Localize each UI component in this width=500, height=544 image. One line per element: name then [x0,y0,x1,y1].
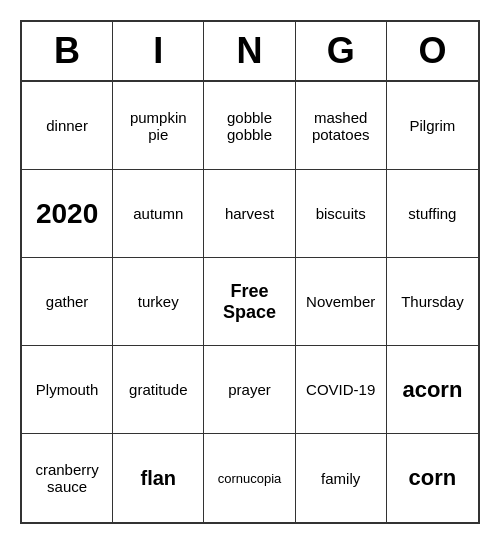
bingo-cell: Pilgrim [387,82,478,170]
bingo-cell: flan [113,434,204,522]
header-letter: G [296,22,387,80]
bingo-cell: biscuits [296,170,387,258]
bingo-cell: prayer [204,346,295,434]
bingo-header: BINGO [22,22,478,82]
bingo-cell: gobble gobble [204,82,295,170]
bingo-cell: cranberry sauce [22,434,113,522]
bingo-cell: gratitude [113,346,204,434]
bingo-cell: stuffing [387,170,478,258]
bingo-cell: corn [387,434,478,522]
bingo-cell: Thursday [387,258,478,346]
header-letter: O [387,22,478,80]
bingo-cell: Free Space [204,258,295,346]
bingo-grid: dinnerpumpkin piegobble gobblemashed pot… [22,82,478,522]
bingo-cell: mashed potatoes [296,82,387,170]
bingo-cell: dinner [22,82,113,170]
header-letter: N [204,22,295,80]
bingo-cell: harvest [204,170,295,258]
bingo-cell: turkey [113,258,204,346]
bingo-cell: family [296,434,387,522]
bingo-cell: pumpkin pie [113,82,204,170]
header-letter: B [22,22,113,80]
bingo-cell: 2020 [22,170,113,258]
bingo-card: BINGO dinnerpumpkin piegobble gobblemash… [20,20,480,524]
bingo-cell: autumn [113,170,204,258]
bingo-cell: acorn [387,346,478,434]
header-letter: I [113,22,204,80]
bingo-cell: November [296,258,387,346]
bingo-cell: COVID-19 [296,346,387,434]
bingo-cell: gather [22,258,113,346]
bingo-cell: Plymouth [22,346,113,434]
bingo-cell: cornucopia [204,434,295,522]
